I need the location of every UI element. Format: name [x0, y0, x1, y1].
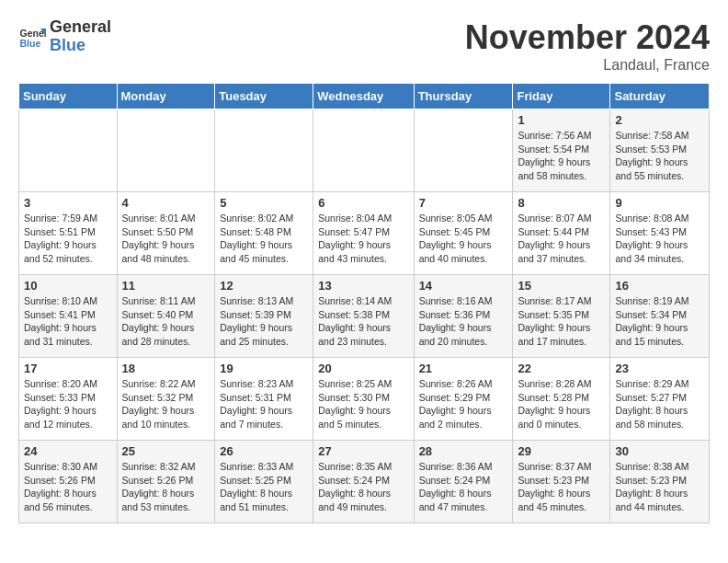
calendar-header: SundayMondayTuesdayWednesdayThursdayFrid… — [19, 84, 710, 109]
day-number: 21 — [419, 362, 508, 375]
logo-line1: General — [50, 18, 111, 37]
week-row-1: 1Sunrise: 7:56 AMSunset: 5:54 PMDaylight… — [19, 109, 710, 192]
day-info: Sunrise: 8:38 AMSunset: 5:23 PMDaylight:… — [615, 460, 704, 514]
day-number: 14 — [419, 279, 508, 293]
location-title: Landaul, France — [465, 57, 710, 74]
day-cell: 20Sunrise: 8:25 AMSunset: 5:30 PMDayligh… — [313, 358, 414, 441]
weekday-header-thursday: Thursday — [414, 84, 513, 109]
day-number: 24 — [24, 444, 112, 458]
day-info: Sunrise: 8:13 AMSunset: 5:39 PMDaylight:… — [220, 294, 308, 349]
day-cell: 23Sunrise: 8:29 AMSunset: 5:27 PMDayligh… — [610, 358, 710, 441]
day-cell: 18Sunrise: 8:22 AMSunset: 5:32 PMDayligh… — [117, 358, 215, 441]
day-cell: 16Sunrise: 8:19 AMSunset: 5:34 PMDayligh… — [610, 275, 710, 358]
day-info: Sunrise: 8:28 AMSunset: 5:28 PMDaylight:… — [518, 377, 605, 431]
day-cell: 26Sunrise: 8:33 AMSunset: 5:25 PMDayligh… — [215, 441, 313, 523]
day-cell: 1Sunrise: 7:56 AMSunset: 5:54 PMDaylight… — [513, 109, 610, 192]
day-number: 8 — [518, 196, 605, 210]
day-cell: 14Sunrise: 8:16 AMSunset: 5:36 PMDayligh… — [414, 275, 513, 358]
day-number: 26 — [220, 444, 308, 458]
logo-line2: Blue — [50, 37, 111, 55]
week-row-4: 17Sunrise: 8:20 AMSunset: 5:33 PMDayligh… — [19, 358, 710, 441]
day-number: 9 — [615, 196, 704, 210]
day-info: Sunrise: 8:30 AMSunset: 5:26 PMDaylight:… — [24, 460, 112, 514]
day-cell: 5Sunrise: 8:02 AMSunset: 5:48 PMDaylight… — [215, 192, 313, 275]
day-info: Sunrise: 8:16 AMSunset: 5:36 PMDaylight:… — [419, 294, 508, 349]
calendar-body: 1Sunrise: 7:56 AMSunset: 5:54 PMDaylight… — [19, 109, 710, 523]
day-number: 3 — [24, 196, 112, 210]
day-number: 4 — [122, 196, 210, 210]
weekday-header-tuesday: Tuesday — [215, 84, 313, 109]
day-cell: 30Sunrise: 8:38 AMSunset: 5:23 PMDayligh… — [610, 441, 710, 523]
weekday-header-wednesday: Wednesday — [313, 84, 414, 109]
day-info: Sunrise: 8:37 AMSunset: 5:23 PMDaylight:… — [518, 460, 605, 514]
weekday-header-saturday: Saturday — [610, 84, 710, 109]
day-cell: 6Sunrise: 8:04 AMSunset: 5:47 PMDaylight… — [313, 192, 414, 275]
day-cell: 28Sunrise: 8:36 AMSunset: 5:24 PMDayligh… — [414, 441, 513, 523]
day-number: 22 — [518, 362, 605, 375]
week-row-2: 3Sunrise: 7:59 AMSunset: 5:51 PMDaylight… — [19, 192, 710, 275]
day-number: 2 — [615, 113, 704, 127]
svg-text:Blue: Blue — [20, 38, 41, 49]
weekday-header-friday: Friday — [513, 84, 610, 109]
day-info: Sunrise: 8:04 AMSunset: 5:47 PMDaylight:… — [318, 212, 408, 266]
day-number: 7 — [419, 196, 508, 210]
day-cell: 11Sunrise: 8:11 AMSunset: 5:40 PMDayligh… — [117, 275, 215, 358]
day-number: 18 — [122, 362, 210, 375]
day-cell — [117, 109, 215, 192]
day-cell: 21Sunrise: 8:26 AMSunset: 5:29 PMDayligh… — [414, 358, 513, 441]
day-info: Sunrise: 8:01 AMSunset: 5:50 PMDaylight:… — [122, 212, 210, 266]
day-info: Sunrise: 8:08 AMSunset: 5:43 PMDaylight:… — [615, 212, 704, 266]
day-cell: 27Sunrise: 8:35 AMSunset: 5:24 PMDayligh… — [313, 441, 414, 523]
day-info: Sunrise: 8:07 AMSunset: 5:44 PMDaylight:… — [518, 212, 605, 266]
day-info: Sunrise: 8:26 AMSunset: 5:29 PMDaylight:… — [419, 377, 508, 431]
day-cell: 19Sunrise: 8:23 AMSunset: 5:31 PMDayligh… — [215, 358, 313, 441]
weekday-header-row: SundayMondayTuesdayWednesdayThursdayFrid… — [19, 84, 710, 109]
day-info: Sunrise: 8:10 AMSunset: 5:41 PMDaylight:… — [24, 294, 112, 349]
day-cell: 24Sunrise: 8:30 AMSunset: 5:26 PMDayligh… — [19, 441, 118, 523]
day-info: Sunrise: 8:32 AMSunset: 5:26 PMDaylight:… — [122, 460, 210, 514]
day-cell: 9Sunrise: 8:08 AMSunset: 5:43 PMDaylight… — [610, 192, 710, 275]
day-number: 12 — [220, 279, 308, 293]
day-info: Sunrise: 7:56 AMSunset: 5:54 PMDaylight:… — [518, 129, 605, 183]
logo: General Blue General Blue — [18, 18, 111, 55]
day-cell: 17Sunrise: 8:20 AMSunset: 5:33 PMDayligh… — [19, 358, 118, 441]
day-number: 6 — [318, 196, 408, 210]
weekday-header-sunday: Sunday — [19, 84, 118, 109]
day-info: Sunrise: 7:59 AMSunset: 5:51 PMDaylight:… — [24, 212, 112, 266]
day-info: Sunrise: 8:20 AMSunset: 5:33 PMDaylight:… — [24, 377, 112, 431]
day-number: 16 — [615, 279, 704, 293]
day-number: 5 — [220, 196, 308, 210]
day-number: 29 — [518, 444, 605, 458]
day-info: Sunrise: 8:36 AMSunset: 5:24 PMDaylight:… — [419, 460, 508, 514]
day-info: Sunrise: 8:22 AMSunset: 5:32 PMDaylight:… — [122, 377, 210, 431]
day-info: Sunrise: 8:11 AMSunset: 5:40 PMDaylight:… — [122, 294, 210, 349]
day-cell — [414, 109, 513, 192]
day-number: 30 — [615, 444, 704, 458]
day-number: 10 — [24, 279, 112, 293]
calendar-table: SundayMondayTuesdayWednesdayThursdayFrid… — [18, 83, 710, 523]
day-info: Sunrise: 8:25 AMSunset: 5:30 PMDaylight:… — [318, 377, 408, 431]
day-number: 11 — [122, 279, 210, 293]
day-cell: 29Sunrise: 8:37 AMSunset: 5:23 PMDayligh… — [513, 441, 610, 523]
day-info: Sunrise: 8:29 AMSunset: 5:27 PMDaylight:… — [615, 377, 704, 431]
day-number: 23 — [615, 362, 704, 375]
day-cell: 4Sunrise: 8:01 AMSunset: 5:50 PMDaylight… — [117, 192, 215, 275]
day-cell: 12Sunrise: 8:13 AMSunset: 5:39 PMDayligh… — [215, 275, 313, 358]
day-number: 28 — [419, 444, 508, 458]
week-row-3: 10Sunrise: 8:10 AMSunset: 5:41 PMDayligh… — [19, 275, 710, 358]
day-number: 19 — [220, 362, 308, 375]
month-title: November 2024 — [465, 18, 710, 57]
day-number: 1 — [518, 113, 605, 127]
day-cell: 7Sunrise: 8:05 AMSunset: 5:45 PMDaylight… — [414, 192, 513, 275]
day-info: Sunrise: 8:02 AMSunset: 5:48 PMDaylight:… — [220, 212, 308, 266]
title-area: November 2024 Landaul, France — [465, 18, 710, 74]
day-info: Sunrise: 8:23 AMSunset: 5:31 PMDaylight:… — [220, 377, 308, 431]
header: General Blue General Blue November 2024 … — [18, 18, 710, 74]
day-cell: 15Sunrise: 8:17 AMSunset: 5:35 PMDayligh… — [513, 275, 610, 358]
day-number: 27 — [318, 444, 408, 458]
logo-icon: General Blue — [18, 23, 46, 51]
day-cell — [19, 109, 118, 192]
day-info: Sunrise: 8:33 AMSunset: 5:25 PMDaylight:… — [220, 460, 308, 514]
day-number: 25 — [122, 444, 210, 458]
day-info: Sunrise: 7:58 AMSunset: 5:53 PMDaylight:… — [615, 129, 704, 183]
